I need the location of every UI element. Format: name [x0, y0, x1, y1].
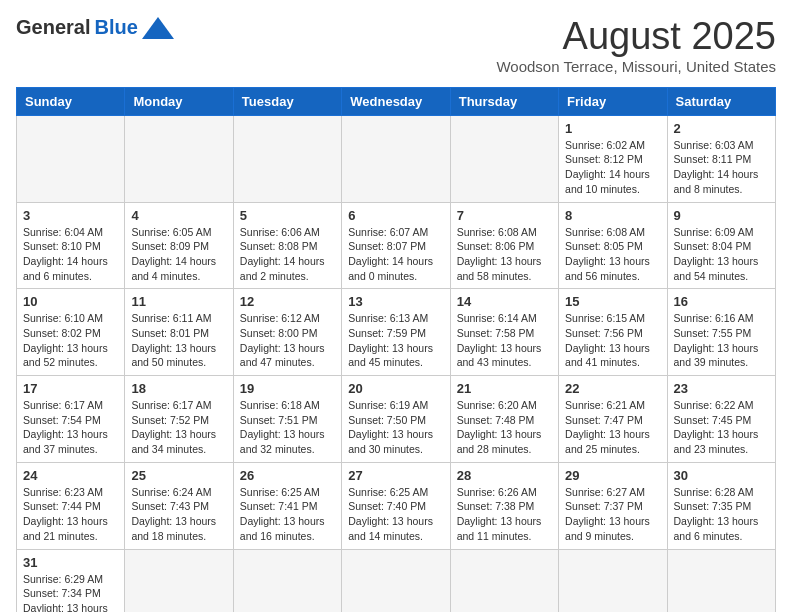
- svg-marker-0: [142, 17, 174, 39]
- day-info: Sunrise: 6:03 AMSunset: 8:11 PMDaylight:…: [674, 138, 769, 197]
- calendar-cell: 5Sunrise: 6:06 AMSunset: 8:08 PMDaylight…: [233, 202, 341, 289]
- day-info: Sunrise: 6:06 AMSunset: 8:08 PMDaylight:…: [240, 225, 335, 284]
- calendar-cell: [342, 115, 450, 202]
- day-number: 30: [674, 468, 769, 483]
- day-number: 18: [131, 381, 226, 396]
- day-info: Sunrise: 6:17 AMSunset: 7:54 PMDaylight:…: [23, 398, 118, 457]
- calendar-cell: [125, 115, 233, 202]
- logo-icon: [142, 17, 174, 39]
- day-number: 10: [23, 294, 118, 309]
- calendar-cell: 18Sunrise: 6:17 AMSunset: 7:52 PMDayligh…: [125, 376, 233, 463]
- day-number: 9: [674, 208, 769, 223]
- day-number: 5: [240, 208, 335, 223]
- day-info: Sunrise: 6:22 AMSunset: 7:45 PMDaylight:…: [674, 398, 769, 457]
- weekday-header-row: SundayMondayTuesdayWednesdayThursdayFrid…: [17, 87, 776, 115]
- day-number: 4: [131, 208, 226, 223]
- day-info: Sunrise: 6:29 AMSunset: 7:34 PMDaylight:…: [23, 572, 118, 612]
- calendar-cell: 20Sunrise: 6:19 AMSunset: 7:50 PMDayligh…: [342, 376, 450, 463]
- day-info: Sunrise: 6:17 AMSunset: 7:52 PMDaylight:…: [131, 398, 226, 457]
- day-info: Sunrise: 6:09 AMSunset: 8:04 PMDaylight:…: [674, 225, 769, 284]
- calendar-cell: 8Sunrise: 6:08 AMSunset: 8:05 PMDaylight…: [559, 202, 667, 289]
- day-info: Sunrise: 6:26 AMSunset: 7:38 PMDaylight:…: [457, 485, 552, 544]
- day-number: 19: [240, 381, 335, 396]
- month-title: August 2025: [496, 16, 776, 58]
- calendar-cell: 4Sunrise: 6:05 AMSunset: 8:09 PMDaylight…: [125, 202, 233, 289]
- calendar-cell: 12Sunrise: 6:12 AMSunset: 8:00 PMDayligh…: [233, 289, 341, 376]
- day-number: 21: [457, 381, 552, 396]
- day-number: 23: [674, 381, 769, 396]
- day-number: 2: [674, 121, 769, 136]
- calendar-cell: 14Sunrise: 6:14 AMSunset: 7:58 PMDayligh…: [450, 289, 558, 376]
- calendar-cell: [125, 549, 233, 612]
- logo-blue-text: Blue: [94, 16, 137, 39]
- day-info: Sunrise: 6:12 AMSunset: 8:00 PMDaylight:…: [240, 311, 335, 370]
- calendar-cell: [667, 549, 775, 612]
- calendar-cell: 27Sunrise: 6:25 AMSunset: 7:40 PMDayligh…: [342, 462, 450, 549]
- weekday-header-monday: Monday: [125, 87, 233, 115]
- calendar-cell: 17Sunrise: 6:17 AMSunset: 7:54 PMDayligh…: [17, 376, 125, 463]
- day-info: Sunrise: 6:23 AMSunset: 7:44 PMDaylight:…: [23, 485, 118, 544]
- weekday-header-friday: Friday: [559, 87, 667, 115]
- calendar-cell: 3Sunrise: 6:04 AMSunset: 8:10 PMDaylight…: [17, 202, 125, 289]
- calendar-cell: 31Sunrise: 6:29 AMSunset: 7:34 PMDayligh…: [17, 549, 125, 612]
- calendar-cell: 9Sunrise: 6:09 AMSunset: 8:04 PMDaylight…: [667, 202, 775, 289]
- calendar-cell: [450, 549, 558, 612]
- day-info: Sunrise: 6:04 AMSunset: 8:10 PMDaylight:…: [23, 225, 118, 284]
- calendar-week-2: 3Sunrise: 6:04 AMSunset: 8:10 PMDaylight…: [17, 202, 776, 289]
- day-number: 31: [23, 555, 118, 570]
- day-info: Sunrise: 6:28 AMSunset: 7:35 PMDaylight:…: [674, 485, 769, 544]
- calendar-cell: [233, 549, 341, 612]
- day-info: Sunrise: 6:08 AMSunset: 8:05 PMDaylight:…: [565, 225, 660, 284]
- calendar-week-6: 31Sunrise: 6:29 AMSunset: 7:34 PMDayligh…: [17, 549, 776, 612]
- calendar-cell: [342, 549, 450, 612]
- day-number: 22: [565, 381, 660, 396]
- day-number: 14: [457, 294, 552, 309]
- day-number: 15: [565, 294, 660, 309]
- weekday-header-thursday: Thursday: [450, 87, 558, 115]
- calendar-cell: 22Sunrise: 6:21 AMSunset: 7:47 PMDayligh…: [559, 376, 667, 463]
- calendar-cell: 2Sunrise: 6:03 AMSunset: 8:11 PMDaylight…: [667, 115, 775, 202]
- calendar-cell: 1Sunrise: 6:02 AMSunset: 8:12 PMDaylight…: [559, 115, 667, 202]
- header: General Blue August 2025 Woodson Terrace…: [16, 16, 776, 75]
- calendar-cell: 28Sunrise: 6:26 AMSunset: 7:38 PMDayligh…: [450, 462, 558, 549]
- weekday-header-saturday: Saturday: [667, 87, 775, 115]
- day-info: Sunrise: 6:25 AMSunset: 7:40 PMDaylight:…: [348, 485, 443, 544]
- calendar-week-5: 24Sunrise: 6:23 AMSunset: 7:44 PMDayligh…: [17, 462, 776, 549]
- day-number: 12: [240, 294, 335, 309]
- calendar-cell: 7Sunrise: 6:08 AMSunset: 8:06 PMDaylight…: [450, 202, 558, 289]
- calendar-cell: 10Sunrise: 6:10 AMSunset: 8:02 PMDayligh…: [17, 289, 125, 376]
- day-number: 3: [23, 208, 118, 223]
- day-info: Sunrise: 6:21 AMSunset: 7:47 PMDaylight:…: [565, 398, 660, 457]
- calendar-cell: 30Sunrise: 6:28 AMSunset: 7:35 PMDayligh…: [667, 462, 775, 549]
- weekday-header-sunday: Sunday: [17, 87, 125, 115]
- calendar-cell: [450, 115, 558, 202]
- day-info: Sunrise: 6:25 AMSunset: 7:41 PMDaylight:…: [240, 485, 335, 544]
- day-number: 13: [348, 294, 443, 309]
- calendar-cell: 11Sunrise: 6:11 AMSunset: 8:01 PMDayligh…: [125, 289, 233, 376]
- calendar-cell: 26Sunrise: 6:25 AMSunset: 7:41 PMDayligh…: [233, 462, 341, 549]
- day-number: 29: [565, 468, 660, 483]
- calendar-cell: 19Sunrise: 6:18 AMSunset: 7:51 PMDayligh…: [233, 376, 341, 463]
- day-info: Sunrise: 6:20 AMSunset: 7:48 PMDaylight:…: [457, 398, 552, 457]
- day-number: 26: [240, 468, 335, 483]
- weekday-header-wednesday: Wednesday: [342, 87, 450, 115]
- calendar-cell: 24Sunrise: 6:23 AMSunset: 7:44 PMDayligh…: [17, 462, 125, 549]
- logo-general-text: General: [16, 16, 90, 39]
- day-number: 8: [565, 208, 660, 223]
- day-number: 25: [131, 468, 226, 483]
- day-info: Sunrise: 6:27 AMSunset: 7:37 PMDaylight:…: [565, 485, 660, 544]
- calendar-cell: 21Sunrise: 6:20 AMSunset: 7:48 PMDayligh…: [450, 376, 558, 463]
- day-info: Sunrise: 6:10 AMSunset: 8:02 PMDaylight:…: [23, 311, 118, 370]
- calendar-cell: [233, 115, 341, 202]
- day-info: Sunrise: 6:02 AMSunset: 8:12 PMDaylight:…: [565, 138, 660, 197]
- day-number: 27: [348, 468, 443, 483]
- day-number: 24: [23, 468, 118, 483]
- day-number: 1: [565, 121, 660, 136]
- calendar-cell: 29Sunrise: 6:27 AMSunset: 7:37 PMDayligh…: [559, 462, 667, 549]
- calendar-cell: 6Sunrise: 6:07 AMSunset: 8:07 PMDaylight…: [342, 202, 450, 289]
- calendar-cell: [559, 549, 667, 612]
- day-number: 6: [348, 208, 443, 223]
- day-info: Sunrise: 6:14 AMSunset: 7:58 PMDaylight:…: [457, 311, 552, 370]
- day-number: 16: [674, 294, 769, 309]
- day-number: 28: [457, 468, 552, 483]
